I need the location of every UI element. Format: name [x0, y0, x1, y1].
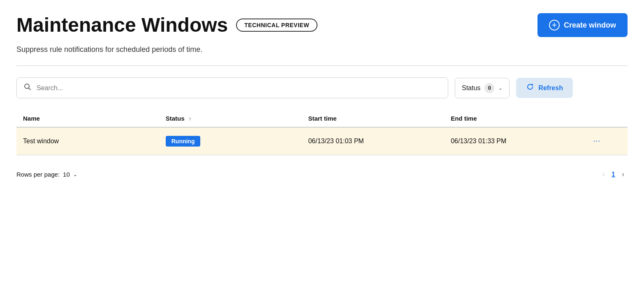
rows-per-page-chevron-icon: ⌄: [73, 172, 77, 177]
prev-page-button[interactable]: ‹: [599, 168, 608, 180]
table-header: Name Status ↑ Start time End time: [16, 110, 628, 127]
page-title: Maintenance Windows: [16, 14, 228, 36]
create-window-button[interactable]: + Create window: [537, 13, 628, 37]
refresh-label: Refresh: [538, 84, 563, 92]
cell-actions[interactable]: ···: [587, 127, 628, 155]
header-left: Maintenance Windows TECHNICAL PREVIEW: [16, 14, 317, 36]
search-container[interactable]: [16, 77, 448, 98]
column-header-end-time: End time: [444, 110, 587, 127]
column-header-start-time: Start time: [301, 110, 444, 127]
table-header-row: Name Status ↑ Start time End time: [16, 110, 628, 127]
table-footer: Rows per page: 10 ⌄ ‹ 1 ›: [16, 165, 628, 180]
search-icon: [23, 83, 32, 93]
column-header-actions: [587, 110, 628, 127]
page-subtitle: Suppress rule notifications for schedule…: [16, 45, 628, 54]
toolbar: Status 0 ⌄ Refresh: [16, 77, 628, 98]
current-page[interactable]: 1: [612, 171, 615, 178]
rows-per-page-selector[interactable]: Rows per page: 10 ⌄: [16, 171, 77, 178]
rows-per-page-value: 10: [63, 171, 70, 178]
cell-end-time: 06/13/23 01:33 PM: [444, 127, 587, 155]
cell-status: Running: [159, 127, 302, 155]
status-filter-dropdown[interactable]: Status 0 ⌄: [455, 78, 510, 98]
sort-up-icon: ↑: [189, 116, 191, 122]
rows-per-page-label: Rows per page:: [16, 171, 60, 178]
technical-preview-badge: TECHNICAL PREVIEW: [236, 19, 317, 32]
refresh-button[interactable]: Refresh: [516, 78, 573, 98]
running-status-badge: Running: [166, 136, 201, 147]
status-filter-label: Status: [462, 84, 480, 92]
column-header-status[interactable]: Status ↑: [159, 110, 302, 127]
row-actions-menu[interactable]: ···: [593, 138, 601, 144]
plus-circle-icon: +: [549, 20, 560, 30]
create-window-label: Create window: [564, 21, 616, 30]
refresh-icon: [526, 83, 534, 93]
table-body: Test window Running 06/13/23 01:03 PM 06…: [16, 127, 628, 155]
cell-start-time: 06/13/23 01:03 PM: [301, 127, 444, 155]
chevron-down-icon: ⌄: [498, 85, 503, 91]
pagination: ‹ 1 ›: [599, 168, 628, 180]
svg-line-1: [29, 88, 31, 90]
page-header: Maintenance Windows TECHNICAL PREVIEW + …: [16, 13, 628, 37]
column-header-name: Name: [16, 110, 159, 127]
search-input[interactable]: [37, 84, 441, 92]
status-filter-count: 0: [484, 83, 494, 93]
cell-name: Test window: [16, 127, 159, 155]
header-divider: [16, 65, 628, 66]
table-row: Test window Running 06/13/23 01:03 PM 06…: [16, 127, 628, 155]
next-page-button[interactable]: ›: [619, 168, 628, 180]
maintenance-windows-table: Name Status ↑ Start time End time Test w…: [16, 110, 628, 155]
